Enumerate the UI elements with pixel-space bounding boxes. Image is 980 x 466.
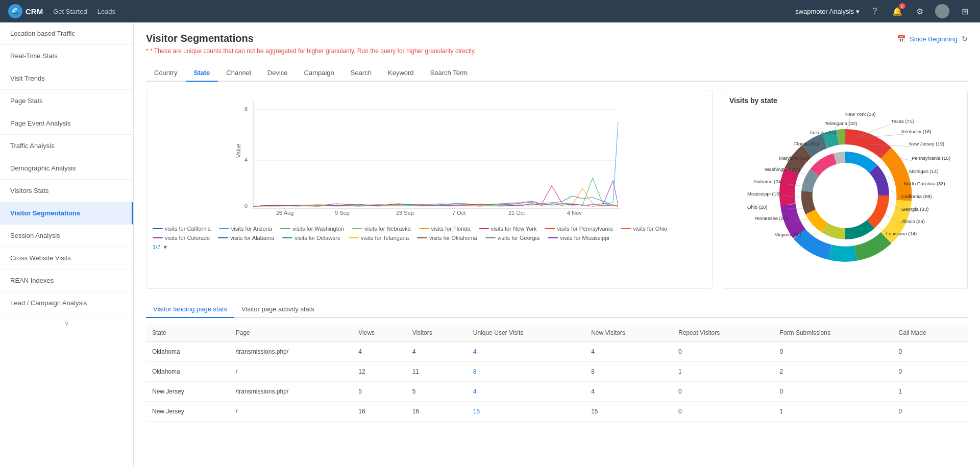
notification-badge: 0 xyxy=(899,3,905,9)
tab-search[interactable]: Search xyxy=(342,65,380,82)
table-row: New Jersey /transmissions.php/ 5 5 4 4 0… xyxy=(146,382,968,402)
cell-unique-user-visits: 4 xyxy=(467,342,585,362)
sidebar-item-location-traffic[interactable]: Location based Traffic xyxy=(0,22,133,45)
legend-item: visits for New York xyxy=(479,226,537,232)
y-tick-8: 8 xyxy=(244,106,248,112)
legend-item: visits for Florida xyxy=(419,226,471,232)
table-row: Oklahoma /transmissions.php/ 4 4 4 4 0 0… xyxy=(146,342,968,362)
tab-state[interactable]: State xyxy=(186,65,218,82)
cell-call-made: 0 xyxy=(893,402,968,422)
donut-label-newjersey: New Jersey (19) xyxy=(909,141,944,146)
legend-item: visits for Alabama xyxy=(218,235,274,241)
cell-views: 16 xyxy=(352,402,406,422)
tab-channel[interactable]: Channel xyxy=(218,65,259,82)
calendar-icon: 📅 xyxy=(897,35,905,43)
donut-label-newyork: New York (33) xyxy=(845,111,876,117)
col-form-submissions: Form Submissions xyxy=(774,324,893,342)
cell-form-submissions: 0 xyxy=(774,382,893,402)
x-label-sep23: 23 Sep xyxy=(396,210,414,216)
donut-label-kentucky: Kentucky (16) xyxy=(901,129,932,134)
tab-keyword[interactable]: Keyword xyxy=(380,65,422,82)
donut-label-georgia: Georgia (33) xyxy=(901,206,928,212)
donut-label-washington: Washington (17) xyxy=(765,166,800,172)
brand-logo[interactable]: 🌊 CRM xyxy=(8,4,43,18)
x-label-aug26: 26 Aug xyxy=(276,210,293,216)
chart-legend: visits for Californiavisits for Arizonav… xyxy=(153,226,706,241)
cell-visitors: 5 xyxy=(406,382,467,402)
sidebar-expand-icon[interactable]: ∨ xyxy=(0,314,133,332)
svg-line-5 xyxy=(858,124,891,137)
sidebar-item-visitor-segmentations[interactable]: Visitor Segmentations xyxy=(0,202,133,225)
help-icon[interactable]: ? xyxy=(868,4,882,18)
sub-tab-landing-stats[interactable]: Visitor landing page stats xyxy=(146,301,234,318)
legend-item: visits for Washington xyxy=(280,226,344,232)
col-new-visitors: New Visitors xyxy=(585,324,672,342)
nav-get-started[interactable]: Get Started xyxy=(53,8,87,15)
cell-views: 5 xyxy=(352,382,406,402)
sidebar-item-page-event-analysis[interactable]: Page Event Analysis xyxy=(0,112,133,135)
sidebar-item-demographic-analysis[interactable]: Demographic Analysis xyxy=(0,157,133,180)
sidebar-item-visit-trends[interactable]: Visit Trends xyxy=(0,67,133,90)
analysis-selector[interactable]: swapmotor Analysis ▾ xyxy=(795,8,860,15)
notification-icon[interactable]: 🔔 0 xyxy=(890,4,904,18)
cell-repeat-visitors: 1 xyxy=(672,362,774,382)
tab-search-term[interactable]: Search Term xyxy=(422,65,476,82)
sub-tabs: Visitor landing page stats Visitor page … xyxy=(146,301,968,318)
sidebar-item-realtime-stats[interactable]: Real-Time Stats xyxy=(0,45,133,67)
col-visitors: Visitors xyxy=(406,324,467,342)
page-title: Visitor Segmentations xyxy=(146,33,476,44)
col-page: Page xyxy=(230,324,353,342)
line-chart: 8 4 0 Value 26 Aug 9 Sep 23 Sep 7 Oct 21… xyxy=(146,90,713,289)
date-filter-button[interactable]: Since Beginning xyxy=(910,35,958,43)
app-layout: Location based Traffic Real-Time Stats V… xyxy=(0,22,980,466)
nav-leads[interactable]: Leads xyxy=(97,8,115,15)
y-tick-4: 4 xyxy=(244,157,248,163)
donut-label-ohio: Ohio (20) xyxy=(747,204,768,210)
tab-country[interactable]: Country xyxy=(146,65,186,82)
tab-device[interactable]: Device xyxy=(259,65,296,82)
cell-views: 4 xyxy=(352,342,406,362)
chart-section: 8 4 0 Value 26 Aug 9 Sep 23 Sep 7 Oct 21… xyxy=(146,90,968,289)
sub-tab-activity-stats[interactable]: Visitor page activity stats xyxy=(234,301,322,318)
cell-new-visitors: 4 xyxy=(585,382,672,402)
main-content: Visitor Segmentations * * These are uniq… xyxy=(134,22,980,466)
x-axis-title: Value xyxy=(432,218,446,219)
cell-state: Oklahoma xyxy=(146,342,230,362)
legend-item: visits for Pennsylvania xyxy=(545,226,612,232)
sidebar-item-lead-campaign-analysis[interactable]: Lead / Campaign Analysis xyxy=(0,292,133,314)
cell-unique-user-visits: 15 xyxy=(467,402,585,422)
col-views: Views xyxy=(352,324,406,342)
x-label-nov4: 4 Nov xyxy=(567,210,582,216)
sidebar-item-traffic-analysis[interactable]: Traffic Analysis xyxy=(0,135,133,157)
sidebar-item-visitors-stats[interactable]: Visitors Stats xyxy=(0,180,133,202)
refresh-button[interactable]: ↻ xyxy=(962,35,968,43)
cell-form-submissions: 1 xyxy=(774,402,893,422)
nav-right: swapmotor Analysis ▾ ? 🔔 0 ⚙ ⊞ xyxy=(795,4,972,18)
table-row: Oklahoma / 12 11 8 8 1 2 0 xyxy=(146,362,968,382)
sidebar-item-session-analysis[interactable]: Session Analysis xyxy=(0,225,133,247)
sidebar-item-cross-website-visits[interactable]: Cross Website Visits xyxy=(0,247,133,269)
cell-page: / xyxy=(230,362,353,382)
avatar[interactable] xyxy=(935,4,949,18)
legend-prev-icon[interactable]: ▼ xyxy=(162,244,168,250)
cell-call-made: 1 xyxy=(893,382,968,402)
donut-svg: Texas (71) New York (33) Telangana (32) … xyxy=(728,109,963,282)
col-unique-user-visits: Unique User Visits xyxy=(467,324,585,342)
col-repeat-visitors: Repeat Visitors xyxy=(672,324,774,342)
x-label-oct21: 21 Oct xyxy=(508,210,525,216)
donut-label-california: California (88) xyxy=(901,193,932,199)
tab-campaign[interactable]: Campaign xyxy=(296,65,342,82)
sidebar-item-page-stats[interactable]: Page Stats xyxy=(0,90,133,112)
legend-pagination: 1/7 ▼ xyxy=(153,244,706,250)
cell-views: 12 xyxy=(352,362,406,382)
cell-page: /transmissions.php/ xyxy=(230,382,353,402)
donut-chart: Visits by state xyxy=(723,90,968,289)
donut-label-alabama: Alabama (24) xyxy=(753,179,782,184)
cell-unique-user-visits: 4 xyxy=(467,382,585,402)
donut-label-arizona: Arizona (21) xyxy=(810,130,836,135)
settings-icon[interactable]: ⚙ xyxy=(913,4,927,18)
cell-visitors: 11 xyxy=(406,362,467,382)
sidebar-item-rean-indexes[interactable]: REAN Indexes xyxy=(0,269,133,292)
grid-icon[interactable]: ⊞ xyxy=(958,4,972,18)
cell-new-visitors: 15 xyxy=(585,402,672,422)
